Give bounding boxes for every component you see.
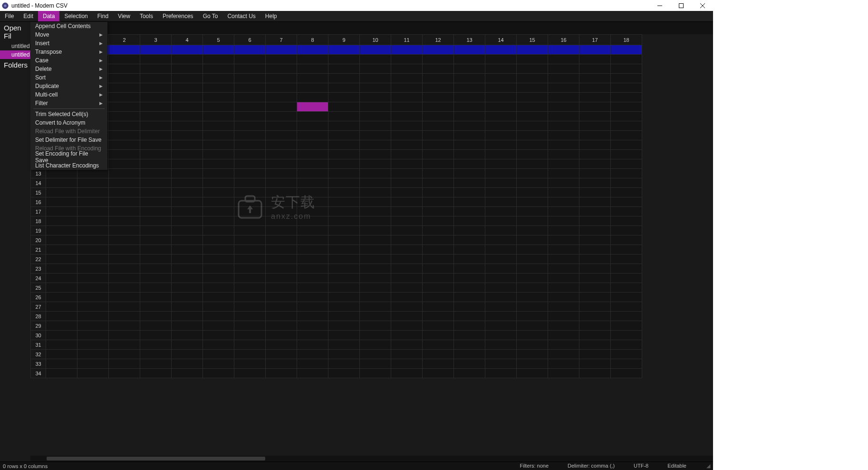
cell[interactable] [391, 131, 423, 140]
column-header[interactable]: 3 [140, 35, 172, 45]
cell[interactable] [234, 45, 266, 55]
cell[interactable] [423, 55, 454, 64]
cell[interactable] [485, 178, 517, 188]
cell[interactable] [328, 93, 360, 102]
cell[interactable] [234, 350, 266, 359]
cell[interactable] [109, 264, 140, 274]
cell[interactable] [485, 74, 517, 83]
cell[interactable] [46, 255, 77, 264]
cell[interactable] [109, 331, 140, 340]
cell[interactable] [360, 283, 391, 293]
cell[interactable] [297, 235, 328, 245]
cell[interactable] [611, 331, 642, 340]
cell[interactable] [109, 359, 140, 369]
cell[interactable] [611, 45, 642, 55]
cell[interactable] [140, 359, 172, 369]
cell[interactable] [517, 140, 548, 150]
column-header[interactable]: 5 [203, 35, 234, 45]
cell[interactable] [391, 226, 423, 235]
cell[interactable] [172, 188, 203, 197]
cell[interactable] [234, 264, 266, 274]
cell[interactable] [485, 359, 517, 369]
cell[interactable] [297, 216, 328, 226]
cell[interactable] [360, 74, 391, 83]
cell[interactable] [109, 255, 140, 264]
cell[interactable] [297, 321, 328, 331]
cell[interactable] [391, 102, 423, 112]
cell[interactable] [391, 302, 423, 312]
cell[interactable] [579, 226, 611, 235]
cell[interactable] [391, 55, 423, 64]
cell[interactable] [140, 93, 172, 102]
cell[interactable] [46, 359, 77, 369]
cell[interactable] [297, 93, 328, 102]
cell[interactable] [140, 55, 172, 64]
cell[interactable] [517, 216, 548, 226]
cell[interactable] [234, 131, 266, 140]
cell[interactable] [454, 369, 485, 378]
cell[interactable] [203, 102, 234, 112]
column-header[interactable]: 18 [611, 35, 642, 45]
cell[interactable] [391, 274, 423, 283]
cell[interactable] [266, 283, 297, 293]
cell[interactable] [109, 83, 140, 93]
cell[interactable] [485, 226, 517, 235]
cell[interactable] [328, 102, 360, 112]
cell[interactable] [297, 245, 328, 255]
cell[interactable] [140, 197, 172, 207]
sidebar-file[interactable]: untitled [0, 42, 30, 50]
cell[interactable] [454, 321, 485, 331]
spreadsheet-grid[interactable]: 0123456789101112131415161718012345678910… [30, 34, 642, 378]
cell[interactable] [77, 350, 109, 359]
cell[interactable] [234, 74, 266, 83]
cell[interactable] [297, 131, 328, 140]
cell[interactable] [423, 331, 454, 340]
cell[interactable] [517, 312, 548, 321]
row-header[interactable]: 20 [31, 235, 46, 245]
cell[interactable] [485, 55, 517, 64]
cell[interactable] [391, 150, 423, 159]
cell[interactable] [172, 150, 203, 159]
cell[interactable] [485, 293, 517, 302]
cell[interactable] [203, 64, 234, 74]
cell[interactable] [579, 255, 611, 264]
cell[interactable] [203, 245, 234, 255]
cell[interactable] [297, 83, 328, 93]
cell[interactable] [297, 340, 328, 350]
cell[interactable] [266, 45, 297, 55]
cell[interactable] [611, 321, 642, 331]
cell[interactable] [234, 197, 266, 207]
cell[interactable] [109, 283, 140, 293]
cell[interactable] [109, 188, 140, 197]
cell[interactable] [454, 264, 485, 274]
cell[interactable] [77, 188, 109, 197]
cell[interactable] [203, 55, 234, 64]
cell[interactable] [579, 312, 611, 321]
cell[interactable] [109, 197, 140, 207]
cell[interactable] [328, 350, 360, 359]
cell[interactable] [423, 178, 454, 188]
cell[interactable] [517, 178, 548, 188]
cell[interactable] [360, 293, 391, 302]
cell[interactable] [517, 55, 548, 64]
menu-item-transpose[interactable]: Transpose▶ [30, 48, 107, 56]
cell[interactable] [548, 340, 579, 350]
cell[interactable] [391, 169, 423, 178]
cell[interactable] [485, 302, 517, 312]
cell[interactable] [548, 331, 579, 340]
cell[interactable] [203, 264, 234, 274]
cell[interactable] [109, 121, 140, 131]
maximize-button[interactable] [670, 0, 692, 11]
cell[interactable] [328, 74, 360, 83]
cell[interactable] [611, 197, 642, 207]
cell[interactable] [266, 169, 297, 178]
cell[interactable] [360, 207, 391, 216]
cell[interactable] [234, 150, 266, 159]
cell[interactable] [203, 312, 234, 321]
cell[interactable] [203, 112, 234, 121]
cell[interactable] [454, 150, 485, 159]
cell[interactable] [548, 159, 579, 169]
cell[interactable] [548, 216, 579, 226]
cell[interactable] [454, 178, 485, 188]
cell[interactable] [611, 350, 642, 359]
